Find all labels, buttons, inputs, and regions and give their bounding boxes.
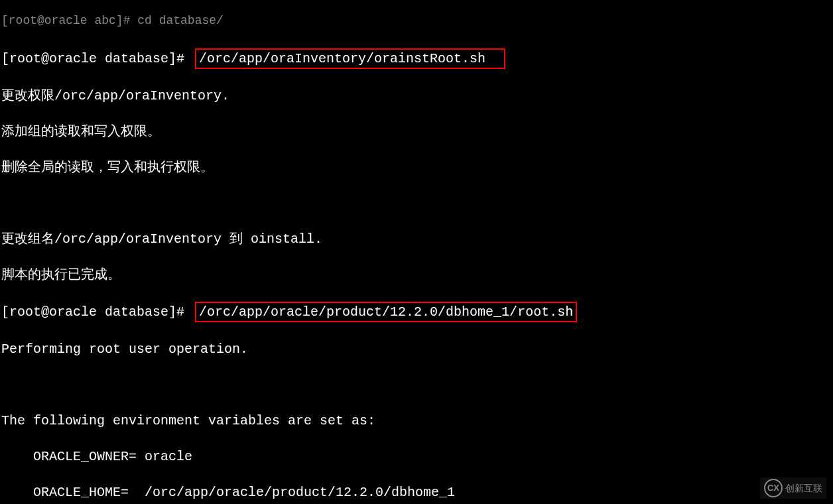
shell-prompt: [root@oracle database]# [1, 51, 192, 66]
output-line: 更改组名/orc/app/oraInventory 到 oinstall. [1, 230, 833, 248]
output-line: 添加组的读取和写入权限。 [1, 123, 833, 141]
command-highlight-1: /orc/app/oraInventory/orainstRoot.sh [195, 48, 505, 69]
watermark-text: 创新互联 [785, 482, 822, 495]
output-line: The following environment variables are … [1, 412, 833, 430]
watermark-logo-icon: CX [764, 479, 783, 497]
output-line: ORACLE_OWNER= oracle [1, 448, 833, 466]
shell-prompt: [root@oracle database]# [1, 304, 192, 320]
output-line: 更改权限/orc/app/oraInventory. [1, 87, 833, 105]
output-line: ORACLE_HOME= /orc/app/oracle/product/12.… [1, 483, 833, 501]
prompt-line-2: [root@oracle database]# /orc/app/oracle/… [1, 302, 833, 322]
prompt-line-1: [root@oracle database]# /orc/app/oraInve… [1, 48, 833, 69]
output-blank [1, 376, 833, 394]
terminal-output[interactable]: [root@oracle abc]# cd database/ [root@or… [0, 0, 833, 504]
output-line: 脚本的执行已完成。 [1, 266, 833, 284]
output-line: Performing root user operation. [1, 340, 833, 358]
output-line: 删除全局的读取，写入和执行权限。 [1, 158, 833, 176]
watermark: CX 创新互联 [760, 477, 826, 499]
output-blank [1, 194, 833, 212]
partial-prev-line: [root@oracle abc]# cd database/ [1, 13, 833, 31]
command-highlight-2: /orc/app/oracle/product/12.2.0/dbhome_1/… [195, 302, 577, 322]
